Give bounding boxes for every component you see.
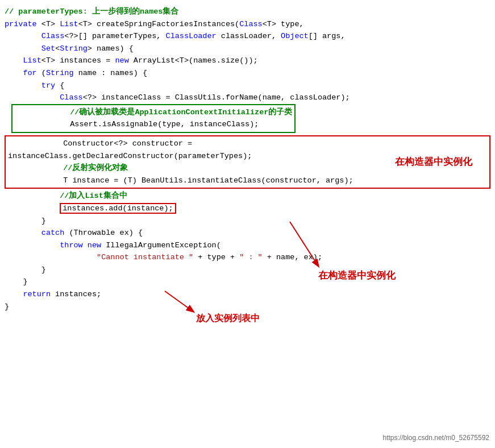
line-16: instances.add(instance); xyxy=(5,202,490,215)
line-4: Set<String> names) { xyxy=(5,43,490,55)
line-10: Assert.isAssignable(type, instanceClass)… xyxy=(15,118,292,131)
line-1: // parameterTypes: 上一步得到的names集合 xyxy=(5,6,490,18)
line-3: Class<?>[] parameterTypes, ClassLoader c… xyxy=(5,30,490,43)
green-box: //确认被加载类是ApplicationContextInitializer的子… xyxy=(11,104,296,133)
line-23: return instances; xyxy=(5,288,490,301)
instances-add-box: instances.add(instance); xyxy=(60,203,176,214)
line-17: } xyxy=(5,215,490,227)
annotation-instantiate: 在构造器中实例化 xyxy=(395,155,472,170)
line-2: private <T> List<T> createSpringFactorie… xyxy=(5,18,490,31)
red-box-constructor: Constructor<?> constructor = instanceCla… xyxy=(5,135,490,189)
line-14: T instance = (T) BeanUtils.instantiateCl… xyxy=(8,175,487,187)
line-9: //确认被加载类是ApplicationContextInitializer的子… xyxy=(15,106,292,119)
line-18: catch (Throwable ex) { xyxy=(5,227,490,239)
line-19: throw new IllegalArgumentException( xyxy=(5,239,490,252)
line-15: //加入List集合中 xyxy=(5,190,490,202)
line-20: "Cannot instantiate " + type + " : " + n… xyxy=(5,251,490,264)
line-11: Constructor<?> constructor = xyxy=(8,138,487,150)
watermark: https://blog.csdn.net/m0_52675592 xyxy=(383,433,489,443)
code-area: // parameterTypes: 上一步得到的names集合 private… xyxy=(0,0,495,448)
line-24: } xyxy=(5,301,490,313)
line-7: try { xyxy=(5,80,490,92)
line-22: } xyxy=(5,276,490,288)
add-instance-section: //加入List集合中 instances.add(instance); xyxy=(5,190,490,214)
line-5: List<T> instances = new ArrayList<T>(nam… xyxy=(5,55,490,67)
line-8: Class<?> instanceClass = ClassUtils.forN… xyxy=(5,92,490,104)
line-21: } xyxy=(5,264,490,276)
line-6: for (String name : names) { xyxy=(5,67,490,80)
svg-text:放入实例列表中: 放入实例列表中 xyxy=(195,313,260,323)
